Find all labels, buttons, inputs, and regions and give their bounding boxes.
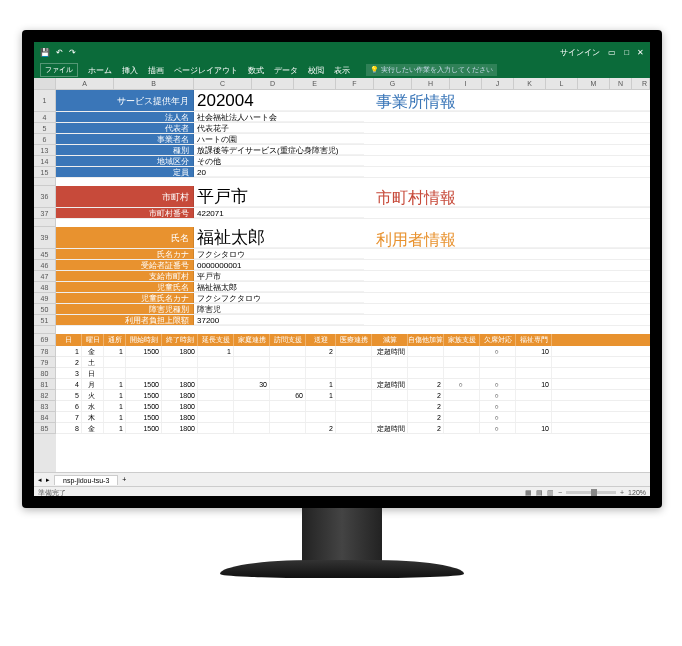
table-cell[interactable] [336,368,372,378]
table-cell[interactable] [336,412,372,422]
table-cell[interactable]: 10 [516,379,552,389]
table-header-cell[interactable]: 訪問支援 [270,334,306,346]
table-cell[interactable] [336,423,372,433]
table-row[interactable]: 1金11500180012定超時間○10 [56,346,650,357]
form-row[interactable]: 地域区分その他 [56,156,650,167]
table-cell[interactable] [444,368,480,378]
table-cell[interactable] [234,401,270,411]
field-value[interactable]: ハートの園 [194,134,364,144]
table-cell[interactable]: 1 [104,346,126,356]
table-cell[interactable] [372,401,408,411]
table-header-cell[interactable]: 医療連携 [336,334,372,346]
field-value[interactable]: フクシタロウ [194,249,364,259]
table-cell[interactable] [198,368,234,378]
table-header-cell[interactable]: 家庭連携 [234,334,270,346]
table-cell[interactable]: 水 [82,401,104,411]
table-cell[interactable]: 1 [104,379,126,389]
table-cell[interactable] [234,423,270,433]
table-row[interactable]: 6水1150018002○ [56,401,650,412]
table-cell[interactable]: 6 [56,401,82,411]
sheet-nav-prev[interactable]: ◂ [38,476,42,484]
table-cell[interactable] [516,412,552,422]
table-cell[interactable] [408,368,444,378]
table-cell[interactable]: 2 [408,379,444,389]
table-cell[interactable]: 2 [408,401,444,411]
table-cell[interactable] [372,390,408,400]
table-cell[interactable]: 木 [82,412,104,422]
table-cell[interactable] [336,346,372,356]
form-row[interactable]: 代表者代表花子 [56,123,650,134]
table-cell[interactable] [234,357,270,367]
table-cell[interactable]: 1 [306,379,336,389]
row-headers[interactable]: 1456131415363739454647484950516978798081… [34,90,56,472]
table-cell[interactable] [104,357,126,367]
zoom-in-button[interactable]: + [620,489,624,496]
table-cell[interactable] [372,412,408,422]
table-cell[interactable]: 10 [516,423,552,433]
table-cell[interactable]: 1 [56,346,82,356]
table-cell[interactable] [198,423,234,433]
table-cell[interactable]: 10 [516,346,552,356]
table-header-cell[interactable]: 延長支援 [198,334,234,346]
tab-draw[interactable]: 描画 [148,65,164,76]
table-cell[interactable] [444,346,480,356]
table-cell[interactable] [372,368,408,378]
table-cell[interactable]: ○ [480,423,516,433]
table-cell[interactable]: 日 [82,368,104,378]
form-row[interactable]: 障害児種別障害児 [56,304,650,315]
table-cell[interactable] [372,357,408,367]
table-cell[interactable]: 2 [56,357,82,367]
table-cell[interactable] [444,423,480,433]
table-cell[interactable]: 1800 [162,412,198,422]
table-cell[interactable]: 2 [408,390,444,400]
table-cell[interactable]: 60 [270,390,306,400]
table-cell[interactable]: 1500 [126,379,162,389]
table-cell[interactable]: 火 [82,390,104,400]
form-row[interactable]: 児童氏名福祉福太郎 [56,282,650,293]
form-row[interactable]: 児童氏名カナフクシフクタロウ [56,293,650,304]
table-row[interactable]: 3日 [56,368,650,379]
table-cell[interactable] [408,357,444,367]
table-cell[interactable]: ○ [480,379,516,389]
table-cell[interactable] [270,368,306,378]
field-value[interactable]: 放課後等デイサービス(重症心身障害児) [194,145,364,155]
table-header-cell[interactable]: 福祉専門 [516,334,552,346]
table-cell[interactable]: 1800 [162,346,198,356]
view-page-icon[interactable]: ▤ [536,489,543,497]
sheet-nav-next[interactable]: ▸ [46,476,50,484]
tab-file[interactable]: ファイル [40,63,78,77]
table-cell[interactable] [126,368,162,378]
table-cell[interactable] [516,390,552,400]
redo-icon[interactable]: ↷ [69,48,76,57]
table-cell[interactable]: 1 [198,346,234,356]
tab-insert[interactable]: 挿入 [122,65,138,76]
field-value[interactable]: 障害児 [194,304,364,314]
table-row[interactable]: 2土 [56,357,650,368]
form-row[interactable]: 事業者名ハートの園 [56,134,650,145]
undo-icon[interactable]: ↶ [56,48,63,57]
table-cell[interactable]: 5 [56,390,82,400]
table-cell[interactable]: 金 [82,423,104,433]
table-cell[interactable] [336,390,372,400]
table-cell[interactable]: ○ [480,412,516,422]
table-cell[interactable] [444,401,480,411]
zoom-out-button[interactable]: − [558,489,562,496]
table-cell[interactable] [198,412,234,422]
table-cell[interactable] [306,401,336,411]
form-row[interactable]: 定員20 [56,167,650,178]
tab-pagelayout[interactable]: ページレイアウト [174,65,238,76]
table-header-cell[interactable]: 日 [56,334,82,346]
table-cell[interactable] [516,357,552,367]
form-row[interactable]: 市町村番号422071 [56,208,650,219]
table-header-cell[interactable]: 欠席対応 [480,334,516,346]
table-cell[interactable] [198,357,234,367]
view-normal-icon[interactable]: ▦ [525,489,532,497]
signin-link[interactable]: サインイン [560,47,600,58]
table-cell[interactable]: 2 [408,412,444,422]
table-row[interactable]: 4月115001800301定超時間2○○10 [56,379,650,390]
table-cell[interactable]: 1 [104,390,126,400]
field-value[interactable]: 0000000001 [194,260,364,270]
table-cell[interactable] [336,401,372,411]
table-cell[interactable] [306,368,336,378]
maximize-icon[interactable]: □ [624,48,629,57]
